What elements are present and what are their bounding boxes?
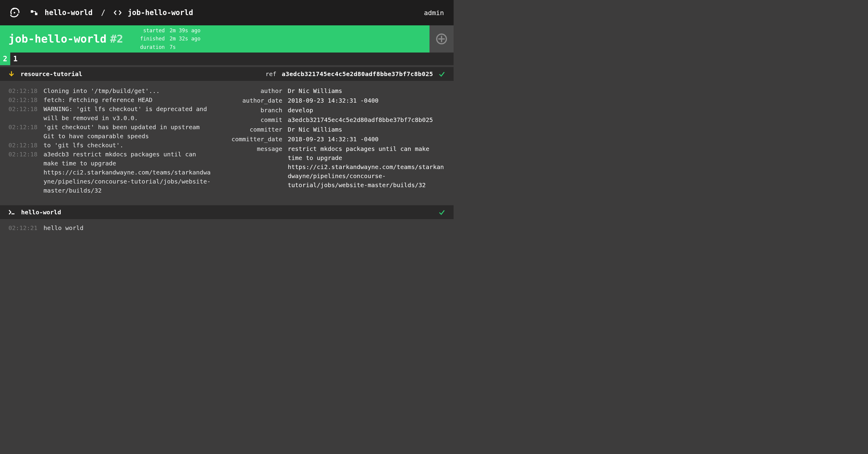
log-line: 02:12:18WARNING: 'git lfs checkout' is d… bbox=[8, 105, 214, 122]
log-line: 02:12:18fetch: Fetching reference HEAD bbox=[8, 95, 214, 105]
build-header: job-hello-world #2 started 2m 39s ago fi… bbox=[0, 25, 454, 53]
log-message: Cloning into '/tmp/build/get'... bbox=[43, 86, 214, 95]
get-step-body: 02:12:18Cloning into '/tmp/build/get'...… bbox=[0, 81, 454, 203]
log-timestamp: 02:12:21 bbox=[8, 223, 37, 232]
log-timestamp: 02:12:18 bbox=[8, 122, 37, 141]
started-value: 2m 39s ago bbox=[169, 27, 200, 35]
log-timestamp: 02:12:18 bbox=[8, 95, 37, 105]
svg-rect-4 bbox=[11, 214, 14, 214]
metadata-value: 2018-09-23 14:32:31 -0400 bbox=[288, 135, 445, 144]
log-line: 02:12:18'git checkout' has been updated … bbox=[8, 122, 214, 141]
ref-label: ref bbox=[266, 69, 276, 79]
top-bar: hello-world / job-hello-world admin bbox=[0, 0, 454, 25]
metadata-value: develop bbox=[288, 106, 445, 115]
metadata-key: author_date bbox=[222, 96, 282, 105]
metadata-value: restrict mkdocs packages until can make … bbox=[288, 144, 445, 190]
task-step-log: 02:12:21hello world bbox=[8, 223, 445, 232]
log-line: 02:12:21hello world bbox=[8, 223, 445, 232]
metadata-row: branchdevelop bbox=[222, 106, 445, 115]
svg-point-0 bbox=[13, 12, 15, 13]
check-icon bbox=[438, 209, 445, 216]
finished-value: 2m 32s ago bbox=[169, 35, 200, 43]
plus-circle-icon bbox=[435, 33, 447, 45]
get-step-log: 02:12:18Cloning into '/tmp/build/get'...… bbox=[8, 86, 214, 195]
started-label: started bbox=[140, 27, 165, 35]
page-title: job-hello-world #2 bbox=[8, 31, 123, 47]
job-name: job-hello-world bbox=[128, 7, 193, 18]
log-line: 02:12:18a3edcb3 restrict mkdocs packages… bbox=[8, 150, 214, 195]
duration-value: 7s bbox=[169, 44, 200, 51]
download-icon bbox=[8, 70, 14, 77]
metadata-key: commit bbox=[222, 115, 282, 124]
metadata-row: authorDr Nic Williams bbox=[222, 86, 445, 95]
metadata-row: committer_date2018-09-23 14:32:31 -0400 bbox=[222, 135, 445, 144]
metadata-key: committer bbox=[222, 125, 282, 134]
metadata-value: 2018-09-23 14:32:31 -0400 bbox=[288, 96, 445, 105]
build-tab-2[interactable]: 2 bbox=[0, 53, 10, 65]
duration-label: duration bbox=[140, 44, 165, 51]
finished-label: finished bbox=[140, 35, 165, 43]
svg-rect-1 bbox=[31, 10, 33, 13]
metadata-row: committerDr Nic Williams bbox=[222, 125, 445, 134]
get-step-name: resource-tutorial bbox=[21, 69, 82, 79]
breadcrumb-job[interactable]: job-hello-world bbox=[114, 7, 193, 18]
metadata-row: commita3edcb321745ec4c5e2d80adf8bbe37bf7… bbox=[222, 115, 445, 124]
get-step-header[interactable]: resource-tutorial ref a3edcb321745ec4c5e… bbox=[0, 67, 454, 81]
concourse-logo[interactable] bbox=[5, 6, 24, 19]
breadcrumb-pipeline[interactable]: hello-world bbox=[31, 7, 93, 18]
log-message: WARNING: 'git lfs checkout' is deprecate… bbox=[43, 105, 214, 122]
build-tabs: 2 1 bbox=[0, 53, 454, 65]
pipeline-name: hello-world bbox=[44, 7, 93, 18]
build-timing: started 2m 39s ago finished 2m 32s ago d… bbox=[140, 27, 200, 51]
log-timestamp: 02:12:18 bbox=[8, 150, 37, 195]
log-message: fetch: Fetching reference HEAD bbox=[43, 95, 214, 105]
metadata-value: Dr Nic Williams bbox=[288, 125, 445, 134]
check-icon bbox=[438, 70, 445, 77]
build-job-name: job-hello-world bbox=[8, 31, 106, 47]
terminal-icon bbox=[8, 209, 15, 215]
metadata-row: author_date2018-09-23 14:32:31 -0400 bbox=[222, 96, 445, 105]
task-step-name: hello-world bbox=[21, 208, 61, 217]
pipeline-icon bbox=[31, 10, 39, 16]
build-tab-1[interactable]: 1 bbox=[10, 53, 21, 65]
task-step-header[interactable]: hello-world bbox=[0, 205, 454, 219]
log-message: 'git checkout' has been updated in upstr… bbox=[43, 122, 214, 141]
job-icon bbox=[114, 10, 122, 16]
metadata-value: Dr Nic Williams bbox=[288, 86, 445, 95]
metadata-key: committer_date bbox=[222, 135, 282, 144]
metadata-row: messagerestrict mkdocs packages until ca… bbox=[222, 144, 445, 190]
log-timestamp: 02:12:18 bbox=[8, 86, 37, 95]
ref-value: a3edcb321745ec4c5e2d80adf8bbe37bf7c8b025 bbox=[282, 69, 433, 79]
log-line: 02:12:18Cloning into '/tmp/build/get'... bbox=[8, 86, 214, 95]
get-step-metadata: authorDr Nic Williamsauthor_date2018-09-… bbox=[222, 86, 445, 195]
task-step-body: 02:12:21hello world bbox=[0, 219, 454, 238]
log-message: hello world bbox=[43, 223, 445, 232]
log-timestamp: 02:12:18 bbox=[8, 105, 37, 122]
build-number: #2 bbox=[110, 31, 123, 47]
trigger-build-button[interactable] bbox=[430, 25, 454, 53]
log-message: to 'git lfs checkout'. bbox=[43, 141, 214, 150]
log-message: a3edcb3 restrict mkdocs packages until c… bbox=[43, 150, 214, 195]
log-timestamp: 02:12:18 bbox=[8, 141, 37, 150]
log-line: 02:12:18to 'git lfs checkout'. bbox=[8, 141, 214, 150]
breadcrumb: hello-world / job-hello-world bbox=[31, 7, 193, 18]
metadata-key: message bbox=[222, 144, 282, 153]
metadata-key: author bbox=[222, 86, 282, 95]
breadcrumb-separator: / bbox=[101, 7, 105, 18]
metadata-value: a3edcb321745ec4c5e2d80adf8bbe37bf7c8b025 bbox=[288, 115, 445, 124]
user-menu[interactable]: admin bbox=[422, 8, 446, 18]
metadata-key: branch bbox=[222, 106, 282, 115]
